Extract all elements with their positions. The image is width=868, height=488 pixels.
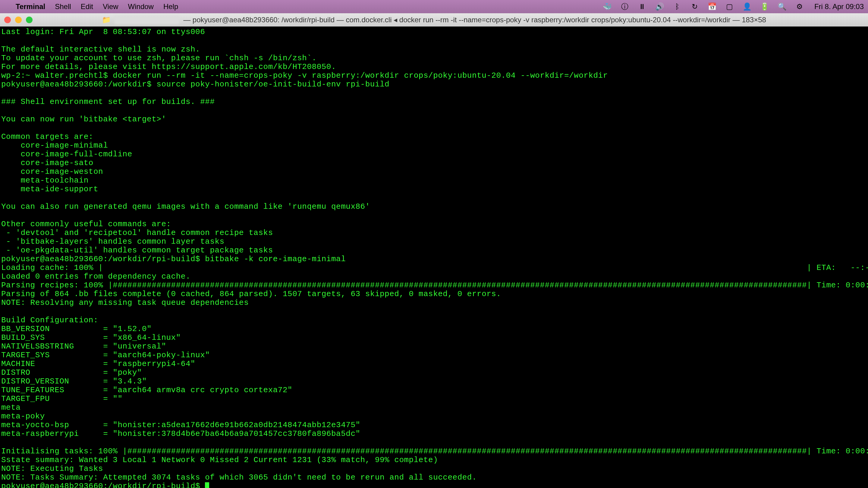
close-button[interactable] xyxy=(4,17,11,23)
volume-icon[interactable]: 🔊 xyxy=(655,2,664,11)
window-titlebar: 📁 ████████████ — pokyuser@aea48b293660: … xyxy=(0,13,868,27)
spotlight-icon[interactable]: 🔍 xyxy=(778,2,786,11)
menu-window[interactable]: Window xyxy=(128,2,154,11)
app-name[interactable]: Terminal xyxy=(16,2,45,11)
control-center-icon[interactable]: ⚙ xyxy=(795,2,804,11)
window-title: 📁 ████████████ — pokyuser@aea48b293660: … xyxy=(4,16,864,24)
minimize-button[interactable] xyxy=(15,17,22,23)
terminal-content[interactable]: Last login: Fri Apr 8 08:53:07 on ttys00… xyxy=(0,27,868,488)
menubar-datetime[interactable]: Fri 8. Apr 09:03 xyxy=(814,2,864,11)
info-icon[interactable]: ⓘ xyxy=(620,2,629,11)
title-blurred: ████████████ xyxy=(115,16,180,24)
folder-icon: 📁 xyxy=(102,16,111,24)
displays-icon[interactable]: ▢ xyxy=(725,2,734,11)
calendar-icon[interactable]: 📅 xyxy=(708,2,717,11)
timemachine-icon[interactable]: ↻ xyxy=(690,2,699,11)
window-controls xyxy=(4,17,33,23)
docker-icon[interactable]: 🐳 xyxy=(603,2,612,11)
terminal-output: Last login: Fri Apr 8 08:53:07 on ttys00… xyxy=(1,27,868,482)
menu-shell[interactable]: Shell xyxy=(55,2,71,11)
terminal-prompt: pokyuser@aea48b293660:/workdir/rpi-build… xyxy=(1,482,205,488)
menubar-right: 🐳 ⓘ ⏸ 🔊 ᛒ ↻ 📅 ▢ 👤 🔋 🔍 ⚙ Fri 8. Apr 09:03 xyxy=(603,2,864,11)
battery-icon[interactable]: 🔋 xyxy=(760,2,769,11)
menu-edit[interactable]: Edit xyxy=(81,2,93,11)
title-main: — pokyuser@aea48b293660: /workdir/rpi-bu… xyxy=(183,16,766,24)
pause-icon[interactable]: ⏸ xyxy=(638,2,647,11)
menu-help[interactable]: Help xyxy=(163,2,178,11)
terminal-cursor xyxy=(205,482,209,488)
menu-view[interactable]: View xyxy=(103,2,119,11)
menubar-left: Terminal Shell Edit View Window Help xyxy=(4,2,178,11)
maximize-button[interactable] xyxy=(26,17,33,23)
user-icon[interactable]: 👤 xyxy=(743,2,752,11)
macos-menubar: Terminal Shell Edit View Window Help 🐳 ⓘ… xyxy=(0,0,868,13)
bluetooth-icon[interactable]: ᛒ xyxy=(673,2,682,11)
